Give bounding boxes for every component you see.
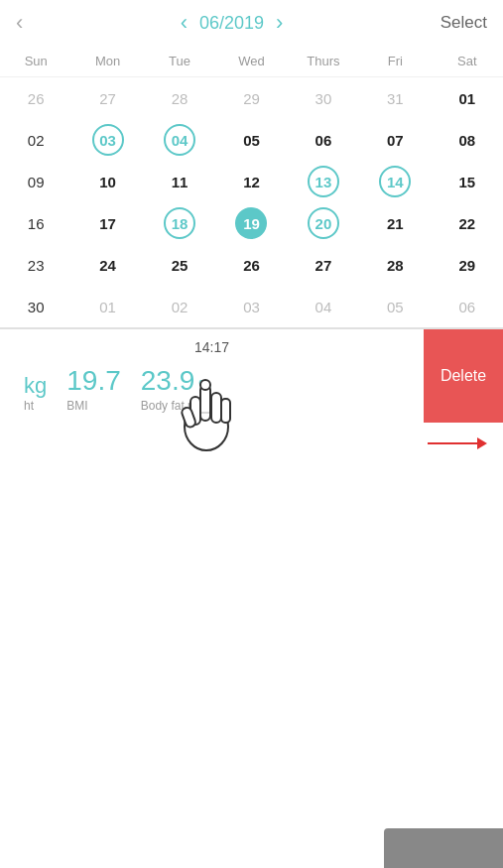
- body-fat-label: Body fat rate: [141, 399, 211, 413]
- calendar-header: ‹ ‹ 06/2019 › Select: [0, 0, 503, 46]
- day-number: 13: [308, 166, 339, 197]
- day-number: 19: [235, 207, 267, 239]
- day-cell[interactable]: 30: [288, 77, 359, 119]
- calendar-grid: 2627282930310102030405060708091011121314…: [0, 77, 503, 327]
- day-number: 17: [92, 207, 124, 239]
- day-cell[interactable]: 16: [0, 202, 71, 244]
- day-cell[interactable]: 11: [144, 161, 215, 202]
- day-number: 15: [451, 166, 483, 197]
- day-cell[interactable]: 12: [215, 161, 287, 202]
- day-number: 24: [92, 249, 124, 281]
- day-number: 23: [20, 249, 52, 281]
- day-number: 27: [92, 82, 124, 114]
- day-number: 05: [379, 291, 411, 322]
- day-number: 27: [308, 249, 339, 281]
- month-navigation: ‹ 06/2019 ›: [181, 10, 284, 36]
- day-number: 20: [308, 207, 339, 239]
- day-number: 06: [308, 124, 339, 156]
- day-cell[interactable]: 22: [432, 202, 503, 244]
- day-cell[interactable]: 04: [288, 286, 359, 327]
- day-number: 12: [235, 166, 267, 197]
- day-cell[interactable]: 13: [288, 161, 359, 202]
- day-number: 08: [451, 124, 483, 156]
- weight-partial: kg ht: [24, 373, 47, 413]
- day-cell[interactable]: 18: [144, 202, 215, 244]
- weekday-label: Thurs: [288, 50, 359, 72]
- day-cell[interactable]: 06: [288, 119, 359, 161]
- day-cell[interactable]: 17: [71, 202, 143, 244]
- day-cell[interactable]: 01: [71, 286, 143, 327]
- body-fat-metric: 23.9 % Body fat rate: [141, 365, 211, 413]
- day-cell[interactable]: 03: [71, 119, 143, 161]
- day-cell[interactable]: 28: [144, 77, 215, 119]
- day-number: 30: [308, 82, 339, 114]
- day-cell[interactable]: 24: [71, 244, 143, 286]
- weekday-row: SunMonTueWedThursFriSat: [0, 46, 503, 77]
- day-number: 26: [235, 249, 267, 281]
- select-button[interactable]: Select: [440, 13, 487, 33]
- day-number: 05: [235, 124, 267, 156]
- day-number: 31: [379, 82, 411, 114]
- day-cell[interactable]: 05: [359, 286, 431, 327]
- body-fat-value: 23.9: [141, 365, 195, 397]
- day-cell[interactable]: 15: [432, 161, 503, 202]
- day-cell[interactable]: 04: [144, 119, 215, 161]
- height-label: ht: [24, 399, 34, 413]
- day-number: 11: [164, 166, 195, 197]
- weekday-label: Mon: [71, 50, 143, 72]
- day-number: 03: [235, 291, 267, 322]
- day-cell[interactable]: 10: [71, 161, 143, 202]
- body-fat-unit: %: [198, 377, 210, 393]
- day-cell[interactable]: 29: [432, 244, 503, 286]
- day-number: 02: [20, 124, 52, 156]
- day-number: 03: [92, 124, 124, 156]
- current-month: 06/2019: [199, 13, 264, 34]
- weekday-label: Sun: [0, 50, 71, 72]
- day-cell[interactable]: 26: [0, 77, 71, 119]
- day-cell[interactable]: 01: [432, 77, 503, 119]
- day-number: 28: [164, 82, 195, 114]
- day-number: 06: [451, 291, 483, 322]
- prev-month-button[interactable]: ‹: [181, 10, 188, 36]
- day-cell[interactable]: 21: [359, 202, 431, 244]
- bmi-value: 19.7: [66, 365, 121, 397]
- day-number: 18: [164, 207, 195, 239]
- day-number: 29: [235, 82, 267, 114]
- day-cell[interactable]: 30: [0, 286, 71, 327]
- day-cell[interactable]: 29: [215, 77, 287, 119]
- next-month-button[interactable]: ›: [276, 10, 283, 36]
- day-cell[interactable]: 07: [359, 119, 431, 161]
- day-cell[interactable]: 05: [215, 119, 287, 161]
- day-cell[interactable]: 23: [0, 244, 71, 286]
- day-cell[interactable]: 27: [288, 244, 359, 286]
- day-cell[interactable]: 09: [0, 161, 71, 202]
- day-cell[interactable]: 03: [215, 286, 287, 327]
- day-cell[interactable]: 02: [144, 286, 215, 327]
- day-number: 02: [164, 291, 195, 322]
- day-cell[interactable]: 31: [359, 77, 431, 119]
- day-cell[interactable]: 27: [71, 77, 143, 119]
- day-number: 22: [451, 207, 483, 239]
- day-number: 16: [20, 207, 52, 239]
- swipe-hint: [0, 423, 503, 450]
- day-cell[interactable]: 08: [432, 119, 503, 161]
- day-cell[interactable]: 26: [215, 244, 287, 286]
- day-cell[interactable]: 02: [0, 119, 71, 161]
- day-number: 25: [164, 249, 195, 281]
- back-button[interactable]: ‹: [16, 10, 23, 36]
- bottom-bar: [384, 828, 503, 868]
- day-number: 04: [308, 291, 339, 322]
- record-row: 14:17 kg ht 19.7 BMI 23.9 % Body fat rat…: [0, 329, 503, 423]
- weekday-label: Sat: [432, 50, 503, 72]
- day-cell[interactable]: 28: [359, 244, 431, 286]
- day-cell[interactable]: 06: [432, 286, 503, 327]
- delete-button[interactable]: Delete: [424, 329, 503, 423]
- day-cell[interactable]: 14: [359, 161, 431, 202]
- weight-unit-partial: kg: [24, 373, 47, 399]
- day-cell[interactable]: 20: [288, 202, 359, 244]
- day-number: 01: [451, 82, 483, 114]
- day-cell[interactable]: 25: [144, 244, 215, 286]
- day-number: 30: [20, 291, 52, 322]
- day-cell[interactable]: 19: [215, 202, 287, 244]
- day-number: 01: [92, 291, 124, 322]
